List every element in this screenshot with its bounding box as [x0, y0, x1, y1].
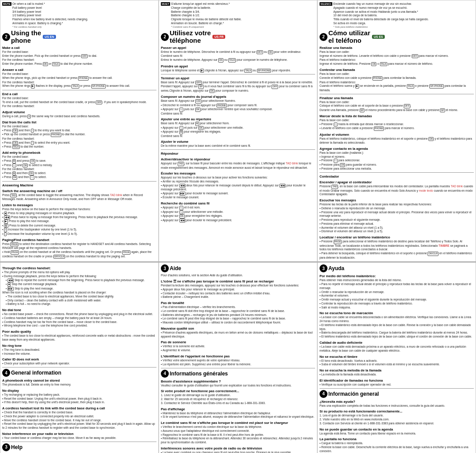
contestar-text: Para la base con cable: [320, 72, 474, 76]
composer-text: Base sans fil: Appuyez sur CID pour séle… [161, 99, 315, 103]
dial-corded-1: • Press CID and then ↑ to the entry you … [2, 129, 156, 133]
mute-fr-b3: Batterie chargée à 3/4. [171, 10, 242, 14]
identifiant-text2: • La répertoire est plein. Supprimez une… [161, 363, 315, 367]
mute-note-fr: * Combiné sans fil uniquement [171, 26, 242, 29]
add-entry-cordless-hdr: For the cordless handset: [2, 167, 156, 171]
interferences-text: • La base avec combiné ou son chargeur s… [161, 451, 315, 453]
realizar-title-es: Realizar una llamada [320, 46, 474, 50]
mute-row-fr: MUET S'allume lorsqu'un appel est remis … [161, 2, 315, 29]
terminer-title-fr: Terminer un appel [161, 76, 315, 80]
divider-en-1 [2, 90, 156, 90]
melodia-text: • La melodía de la llamada está desactiv… [320, 373, 474, 377]
make-call-corded-text: Enter the phone number. Pick up the cord… [2, 54, 156, 58]
no-display-text1: • Try recharging or replacing the batter… [2, 393, 156, 397]
add-entry-cordless-2: • Press OK and then ↑↓ to select. [2, 175, 156, 179]
section4-header-en: 4 General information [2, 369, 156, 377]
activer-text: Appuyez sur TAD, sur la base fil pour ba… [161, 162, 315, 170]
terminer-text: Base sans fil: Appuyez sur OFF pour term… [161, 81, 315, 85]
section4-title-fr: Informations générales [170, 371, 228, 377]
add-entry-steps2: • Press ↑↓ and OK to select a melody. [2, 163, 156, 167]
pantalla-title-es: La pantalla no funciona [320, 437, 474, 441]
mute-b5: Flashes when low battery level is detect… [12, 18, 88, 22]
mute-fr-b6: Animation en boucle. Batterie en charge.… [171, 22, 242, 26]
le-combine-title-fr: Le combiné sans fil ne s'affiche pas lor… [161, 421, 315, 425]
cordless-lost-4: • Reset the corded base by unplugging th… [2, 422, 156, 430]
passer-text-2: Combiné sans fil: [161, 54, 315, 58]
section3-header-es: 3 Ayuda [320, 264, 474, 272]
no-timbre-1: • El tono está desactivado. Vuelva a act… [320, 359, 474, 363]
dial-calls-title-en: Dial from the calls list [2, 120, 156, 124]
top-section: MUTE On when a call is muted.* Full batt… [0, 0, 476, 262]
divider-fr-b1 [161, 368, 315, 368]
mute-es-b2: Apagado cuando el nuevo mensaje de voz y… [333, 6, 428, 10]
besoin-text: Veuillez consulter le guide d'utilisatio… [161, 384, 315, 388]
poor-quality-title-en: Poor audio quality [2, 330, 156, 334]
section3-num-fr: 3 [161, 264, 169, 272]
paging-text: Press PAGE to select the destination cor… [2, 242, 156, 250]
recherche-text: • Appuyez sur ↑↓ et il est nom. [161, 206, 315, 210]
no-marcacion-title-es: No se escucha tono de marcación [320, 311, 474, 315]
pantalla-1: • Cargue la batería o reemplácela. [320, 442, 474, 446]
page-wrapper: MUTE On when a call is muted.* Full batt… [0, 0, 476, 453]
agregar-text3: • Presione ↑↓ para seleccionar. [320, 159, 474, 163]
por-medio-b6: • Salir al modo máquina. [320, 306, 474, 310]
ajouter-text: Base sans fil: Appuyez sur M pour sélect… [161, 122, 315, 126]
contestar-text2: Conecte el teléfono con cable a presione… [320, 76, 474, 80]
finalizar-title-es: Finalizar una llamada [320, 96, 474, 100]
contestar-text4: Cuando el teléfono suena y ▶ se enciende… [320, 84, 474, 92]
por-medio-title-es: Por medio del teléfono inalámbrico: [320, 274, 474, 278]
por-medio-b1: • Para no repetir el mensaje actual desd… [320, 282, 474, 290]
answering-machine-title-en: Answering Machine [2, 183, 156, 187]
caller-id-text: • Check your subscription with your netw… [2, 362, 156, 366]
no-dial-text2: • Cordless handset batteries are empty –… [2, 316, 156, 320]
ecouter-text: Appuyez sur les touches ci-dessous sur l… [161, 176, 315, 180]
identificador-text: • Verifique su suscripción con cualquier… [320, 383, 474, 387]
calidad-text: • La base con cable está demasiado próxi… [320, 345, 474, 353]
listen-vol-dn: • - Decrease the loudspeaker volume by o… [2, 232, 156, 236]
switch-ans-text: Press TAD, at the corded base to toggle … [2, 193, 156, 201]
mute-es-b3: Aparece cuando se activa el modo Habland… [333, 10, 428, 14]
identifiant-title-fr: L'identifiant de l'appelant ne fonctionn… [161, 354, 315, 358]
finalizar-text3: Durante una llamada, presione SP el mism… [320, 108, 474, 112]
make-call-cordless-text: Enter the phone number. Press OK or TALK… [2, 62, 156, 66]
licone-title-fr: L'icône ☰ ne s'affiche pas lorsque le co… [161, 279, 315, 283]
mute-row-en: MUTE On when a call is muted.* Full batt… [2, 2, 156, 29]
besoin-title-fr: Besoin d'assistance supplémentaire ? [161, 379, 315, 383]
answer-corded: For the corded base: [2, 72, 156, 76]
no-ring-text2: • Increase the volume. [2, 352, 156, 356]
divider-en-b1 [2, 367, 156, 368]
escuchar-next: • Presiona para reproducir el siguiente … [320, 218, 474, 222]
cordless-lost-1: • Check that the handset is correctly in… [2, 411, 156, 415]
section3-num-en: 3 [2, 443, 10, 451]
end-call-title-en: End a call [2, 92, 156, 96]
terminer-text2: Pendant l'appel, appuyez sur SP ou il vo… [161, 85, 315, 93]
ajouter-text3: • Appuyez sur M pour enregistrer les rég… [161, 130, 315, 134]
mute-es-b5: Titila cuando el nivel de batería detect… [333, 18, 428, 22]
section4-header-fr: 4 Informations générales [161, 370, 315, 378]
ecouter-stop: • Arrêter ou reprendre l'écoute des mess… [161, 180, 315, 184]
pas-affichage-text: • Maintenez la base du téléphone et débr… [161, 412, 315, 416]
listen-prev: • ◀◀ Press twice to replay a message fro… [2, 215, 156, 219]
le-combine-text4: • Réinitialisez la base du téléphone en … [161, 437, 315, 445]
listen-vol-up: • + Increase the loudspeaker volume by o… [2, 228, 156, 232]
mute-fr-b4: Batterie chargée à 1/2. [171, 14, 242, 18]
agregar-text4: • Presione para OK para guardar el númer… [320, 163, 474, 167]
answer-cordless: For the cordless handset: [2, 81, 156, 85]
aide-intro: Pour d'autres solutions, voir la section… [161, 274, 315, 278]
recherche-text4: • Appuyez sur ◀◀ pour écouter le message… [161, 219, 315, 223]
no-ring-title-en: No ring tone [2, 344, 156, 348]
mute-b1: On when a call is muted.* [12, 2, 88, 6]
divider-es-b1 [320, 388, 474, 389]
top-col-en: MUTE On when a call is muted.* Full batt… [0, 0, 159, 262]
no-dial-text4: • Wrong telephone line cord – use the te… [2, 324, 156, 328]
no-dial-tone-title: No dial tone [2, 308, 156, 312]
section4-num-en: 4 [2, 369, 10, 377]
add-entry-steps: • Press M and press OK to save. [2, 159, 156, 163]
realizar-text: Para la base con cable: [320, 50, 474, 54]
ajuster-vol-title-fr: Ajuster le volume [161, 140, 315, 144]
por-medio-b5: • Controlar la reproducción de mensajes … [320, 302, 474, 306]
cordless-handset-section: Through the cordless handset: • The phon… [2, 266, 156, 366]
cordless-b9: • Battery is full – no need to charge. [2, 302, 156, 306]
section3-header-en: 3 Help [2, 443, 156, 451]
marcar-text: Para la base con cable: [320, 119, 474, 123]
